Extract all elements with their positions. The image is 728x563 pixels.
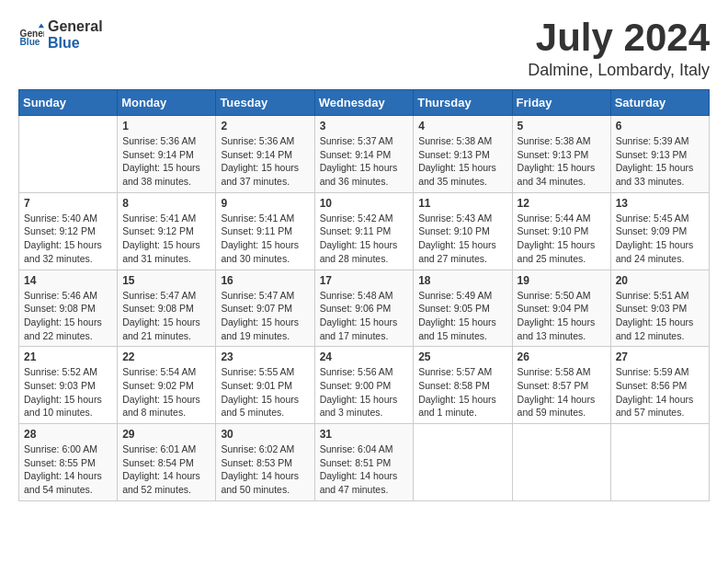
calendar-row: 14Sunrise: 5:46 AM Sunset: 9:08 PM Dayli…: [19, 270, 710, 347]
day-info: Sunrise: 6:01 AM Sunset: 8:54 PM Dayligh…: [122, 442, 210, 497]
calendar-cell: 28Sunrise: 6:00 AM Sunset: 8:55 PM Dayli…: [19, 424, 118, 501]
day-info: Sunrise: 5:44 AM Sunset: 9:10 PM Dayligh…: [518, 212, 606, 266]
day-number: 12: [518, 197, 606, 210]
day-number: 30: [221, 428, 309, 441]
calendar-cell: 3Sunrise: 5:37 AM Sunset: 9:14 PM Daylig…: [314, 116, 414, 193]
day-number: 14: [24, 274, 112, 287]
calendar-cell: 31Sunrise: 6:04 AM Sunset: 8:51 PM Dayli…: [314, 424, 414, 501]
day-info: Sunrise: 5:37 AM Sunset: 9:14 PM Dayligh…: [320, 134, 409, 189]
day-info: Sunrise: 5:38 AM Sunset: 9:13 PM Dayligh…: [418, 134, 506, 189]
day-info: Sunrise: 5:51 AM Sunset: 9:03 PM Dayligh…: [616, 289, 704, 343]
title-area: July 2024 Dalmine, Lombardy, Italy: [528, 18, 710, 80]
calendar-cell: 4Sunrise: 5:38 AM Sunset: 9:13 PM Daylig…: [414, 116, 512, 193]
calendar-cell: 26Sunrise: 5:58 AM Sunset: 8:57 PM Dayli…: [512, 347, 610, 424]
day-info: Sunrise: 5:43 AM Sunset: 9:10 PM Dayligh…: [418, 212, 506, 266]
day-number: 5: [518, 120, 606, 132]
day-info: Sunrise: 5:47 AM Sunset: 9:08 PM Dayligh…: [122, 289, 210, 343]
calendar-cell: 14Sunrise: 5:46 AM Sunset: 9:08 PM Dayli…: [19, 270, 118, 347]
header-saturday: Saturday: [610, 90, 709, 116]
calendar-cell: 16Sunrise: 5:47 AM Sunset: 9:07 PM Dayli…: [216, 270, 314, 347]
day-number: 20: [616, 274, 704, 287]
day-number: 2: [221, 120, 309, 132]
calendar-cell: [19, 116, 118, 193]
logo-general: General: [48, 18, 103, 35]
calendar-body: 1Sunrise: 5:36 AM Sunset: 9:14 PM Daylig…: [19, 116, 710, 501]
day-number: 29: [122, 428, 210, 441]
day-number: 19: [518, 274, 606, 287]
day-number: 6: [616, 120, 704, 132]
calendar-cell: 29Sunrise: 6:01 AM Sunset: 8:54 PM Dayli…: [118, 424, 216, 501]
calendar-cell: 22Sunrise: 5:54 AM Sunset: 9:02 PM Dayli…: [118, 347, 216, 424]
header-sunday: Sunday: [19, 90, 118, 116]
calendar-cell: 6Sunrise: 5:39 AM Sunset: 9:13 PM Daylig…: [610, 116, 709, 193]
day-number: 7: [24, 197, 112, 210]
day-number: 31: [320, 428, 409, 441]
day-number: 23: [221, 350, 309, 363]
calendar-row: 1Sunrise: 5:36 AM Sunset: 9:14 PM Daylig…: [19, 116, 710, 193]
calendar-cell: 11Sunrise: 5:43 AM Sunset: 9:10 PM Dayli…: [414, 192, 512, 270]
day-info: Sunrise: 5:45 AM Sunset: 9:09 PM Dayligh…: [616, 212, 704, 266]
calendar-cell: 13Sunrise: 5:45 AM Sunset: 9:09 PM Dayli…: [610, 192, 709, 270]
day-info: Sunrise: 5:59 AM Sunset: 8:56 PM Dayligh…: [616, 365, 704, 419]
logo-icon: General Blue: [18, 22, 44, 48]
day-number: 8: [122, 197, 210, 210]
day-number: 28: [24, 428, 112, 441]
day-number: 26: [518, 350, 606, 363]
day-number: 27: [616, 350, 704, 363]
day-info: Sunrise: 5:58 AM Sunset: 8:57 PM Dayligh…: [518, 365, 606, 419]
day-info: Sunrise: 5:41 AM Sunset: 9:11 PM Dayligh…: [221, 212, 309, 266]
logo: General Blue General Blue: [18, 18, 103, 51]
day-info: Sunrise: 5:36 AM Sunset: 9:14 PM Dayligh…: [221, 134, 309, 189]
header-tuesday: Tuesday: [216, 90, 314, 116]
calendar-cell: 7Sunrise: 5:40 AM Sunset: 9:12 PM Daylig…: [19, 192, 118, 270]
day-info: Sunrise: 5:42 AM Sunset: 9:11 PM Dayligh…: [320, 212, 409, 266]
calendar-table: SundayMondayTuesdayWednesdayThursdayFrid…: [18, 89, 710, 501]
header-monday: Monday: [118, 90, 216, 116]
calendar-cell: 1Sunrise: 5:36 AM Sunset: 9:14 PM Daylig…: [118, 116, 216, 193]
day-info: Sunrise: 5:39 AM Sunset: 9:13 PM Dayligh…: [616, 134, 704, 189]
day-info: Sunrise: 5:49 AM Sunset: 9:05 PM Dayligh…: [418, 289, 506, 343]
svg-text:Blue: Blue: [20, 36, 40, 46]
day-info: Sunrise: 6:04 AM Sunset: 8:51 PM Dayligh…: [320, 442, 409, 497]
day-info: Sunrise: 5:48 AM Sunset: 9:06 PM Dayligh…: [320, 289, 409, 343]
day-number: 10: [320, 197, 409, 210]
day-info: Sunrise: 5:46 AM Sunset: 9:08 PM Dayligh…: [24, 289, 112, 343]
calendar-cell: 10Sunrise: 5:42 AM Sunset: 9:11 PM Dayli…: [314, 192, 414, 270]
calendar-cell: 25Sunrise: 5:57 AM Sunset: 8:58 PM Dayli…: [414, 347, 512, 424]
day-info: Sunrise: 5:36 AM Sunset: 9:14 PM Dayligh…: [122, 134, 210, 189]
day-info: Sunrise: 5:56 AM Sunset: 9:00 PM Dayligh…: [320, 365, 409, 419]
day-number: 24: [320, 350, 409, 363]
header-row: SundayMondayTuesdayWednesdayThursdayFrid…: [19, 90, 710, 116]
month-year-title: July 2024: [528, 18, 710, 57]
calendar-row: 7Sunrise: 5:40 AM Sunset: 9:12 PM Daylig…: [19, 192, 710, 270]
calendar-cell: 2Sunrise: 5:36 AM Sunset: 9:14 PM Daylig…: [216, 116, 314, 193]
calendar-cell: 5Sunrise: 5:38 AM Sunset: 9:13 PM Daylig…: [512, 116, 610, 193]
day-number: 11: [418, 197, 506, 210]
day-number: 18: [418, 274, 506, 287]
calendar-cell: 8Sunrise: 5:41 AM Sunset: 9:12 PM Daylig…: [118, 192, 216, 270]
day-number: 9: [221, 197, 309, 210]
header-thursday: Thursday: [414, 90, 512, 116]
page-header: General Blue General Blue July 2024 Dalm…: [18, 18, 710, 80]
calendar-cell: 9Sunrise: 5:41 AM Sunset: 9:11 PM Daylig…: [216, 192, 314, 270]
day-number: 13: [616, 197, 704, 210]
header-friday: Friday: [512, 90, 610, 116]
day-number: 21: [24, 350, 112, 363]
calendar-cell: 27Sunrise: 5:59 AM Sunset: 8:56 PM Dayli…: [610, 347, 709, 424]
day-number: 16: [221, 274, 309, 287]
day-info: Sunrise: 5:55 AM Sunset: 9:01 PM Dayligh…: [221, 365, 309, 419]
day-number: 15: [122, 274, 210, 287]
location-subtitle: Dalmine, Lombardy, Italy: [528, 61, 710, 80]
day-number: 22: [122, 350, 210, 363]
calendar-cell: 20Sunrise: 5:51 AM Sunset: 9:03 PM Dayli…: [610, 270, 709, 347]
calendar-cell: [512, 424, 610, 501]
calendar-cell: 18Sunrise: 5:49 AM Sunset: 9:05 PM Dayli…: [414, 270, 512, 347]
calendar-cell: [610, 424, 709, 501]
calendar-cell: 19Sunrise: 5:50 AM Sunset: 9:04 PM Dayli…: [512, 270, 610, 347]
day-info: Sunrise: 6:00 AM Sunset: 8:55 PM Dayligh…: [24, 442, 112, 497]
calendar-cell: 17Sunrise: 5:48 AM Sunset: 9:06 PM Dayli…: [314, 270, 414, 347]
calendar-row: 28Sunrise: 6:00 AM Sunset: 8:55 PM Dayli…: [19, 424, 710, 501]
day-number: 4: [418, 120, 506, 132]
calendar-cell: 23Sunrise: 5:55 AM Sunset: 9:01 PM Dayli…: [216, 347, 314, 424]
calendar-row: 21Sunrise: 5:52 AM Sunset: 9:03 PM Dayli…: [19, 347, 710, 424]
